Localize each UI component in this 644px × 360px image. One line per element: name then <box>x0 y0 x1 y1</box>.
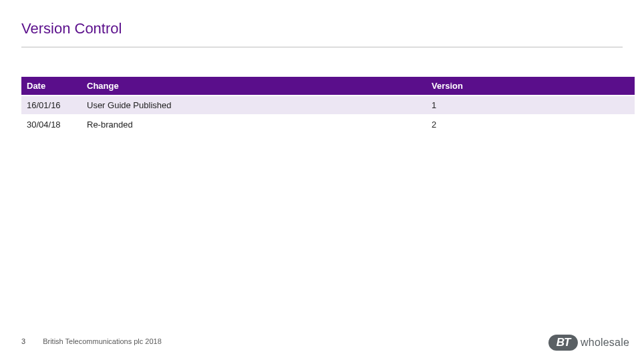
table-row: 30/04/18 Re-branded 2 <box>21 116 635 134</box>
cell-change: Re-branded <box>82 116 426 134</box>
page-title: Version Control <box>0 0 644 44</box>
cell-change: User Guide Published <box>82 96 426 114</box>
page-number: 3 <box>21 337 25 345</box>
copyright-text: British Telecommunications plc 2018 <box>43 337 162 345</box>
col-header-date: Date <box>21 77 82 95</box>
cell-date: 16/01/16 <box>21 96 82 114</box>
version-table: Date Change Version 16/01/16 User Guide … <box>21 75 635 135</box>
cell-version: 1 <box>426 96 635 114</box>
table-row: 16/01/16 User Guide Published 1 <box>21 96 635 114</box>
bt-mark-icon: BT <box>548 335 578 351</box>
footer: 3 British Telecommunications plc 2018 <box>21 337 162 345</box>
bt-wholesale-logo: BT wholesale <box>548 335 629 351</box>
table-header-row: Date Change Version <box>21 77 635 95</box>
slide: Version Control Date Change Version 16/0… <box>0 0 644 360</box>
title-rule <box>21 47 623 47</box>
col-header-change: Change <box>82 77 426 95</box>
cell-date: 30/04/18 <box>21 116 82 134</box>
cell-version: 2 <box>426 116 635 134</box>
version-table-wrap: Date Change Version 16/01/16 User Guide … <box>21 75 635 135</box>
col-header-version: Version <box>426 77 635 95</box>
bt-wholesale-word: wholesale <box>581 337 629 349</box>
